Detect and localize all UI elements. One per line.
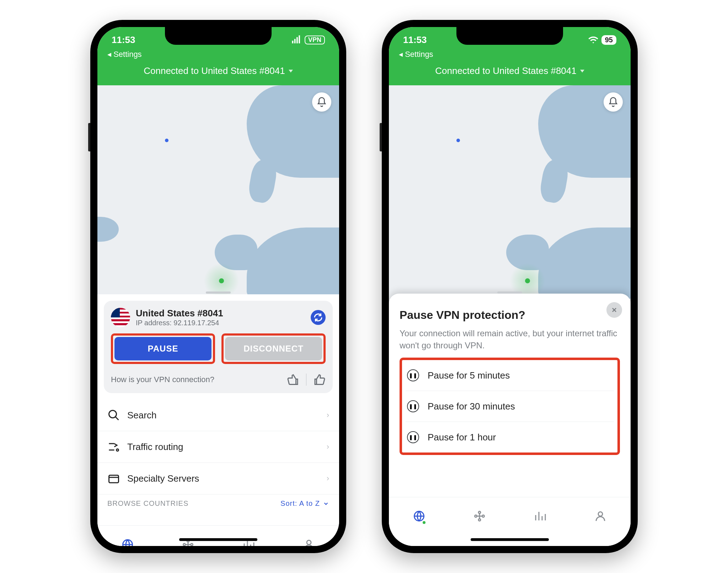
main-panel: United States #8041 IP address: 92.119.1…	[97, 294, 339, 546]
svg-point-5	[117, 449, 119, 451]
pause-30-min[interactable]: ❚❚ Pause for 30 minutes	[406, 391, 614, 422]
browse-countries-label: BROWSE COUNTRIES	[107, 499, 188, 508]
svg-point-16	[478, 511, 481, 513]
sort-button[interactable]: Sort: A to Z	[280, 499, 329, 508]
tab-profile[interactable]	[303, 538, 315, 546]
svg-point-9	[191, 543, 193, 546]
home-indicator[interactable]	[179, 538, 257, 541]
pause-icon: ❚❚	[407, 369, 419, 381]
svg-point-12	[307, 540, 311, 545]
tab-meshnet[interactable]	[473, 510, 486, 524]
bell-icon	[608, 97, 619, 107]
svg-point-18	[598, 512, 603, 516]
thumbs-up-icon[interactable]	[313, 373, 326, 386]
specialty-servers-row[interactable]: Specialty Servers ›	[97, 463, 339, 494]
search-row[interactable]: Search ›	[97, 400, 339, 431]
svg-point-14	[475, 515, 477, 517]
connection-status-row[interactable]: Connected to United States #8041	[97, 65, 339, 76]
close-button[interactable]	[606, 302, 622, 318]
highlight-pause: PAUSE	[111, 333, 215, 364]
highlight-disconnect: DISCONNECT	[221, 333, 326, 364]
traffic-routing-row[interactable]: Traffic routing ›	[97, 431, 339, 463]
thumbs-down-icon[interactable]	[287, 373, 300, 386]
status-vpn-badge: VPN	[305, 36, 325, 44]
disconnect-button[interactable]: DISCONNECT	[225, 337, 322, 360]
svg-point-7	[123, 540, 133, 546]
tab-profile[interactable]	[594, 510, 607, 524]
svg-rect-1	[294, 39, 296, 44]
signal-icon	[291, 34, 302, 45]
svg-point-17	[478, 519, 481, 521]
chevron-right-icon: ›	[327, 442, 329, 451]
back-to-settings[interactable]: ◂ Settings	[389, 48, 631, 59]
pause-1-hour[interactable]: ❚❚ Pause for 1 hour	[406, 422, 614, 452]
highlight-pause-options: ❚❚ Pause for 5 minutes ❚❚ Pause for 30 m…	[400, 358, 620, 455]
tab-bar	[389, 497, 631, 536]
flag-icon	[111, 308, 130, 327]
chevron-right-icon: ›	[327, 411, 329, 420]
connection-status-label: Connected to United States #8041	[435, 65, 577, 76]
phone-frame-right: 11:53 95 ◂ Settings Connected to United …	[382, 20, 638, 553]
pause-button[interactable]: PAUSE	[114, 337, 212, 360]
map-view[interactable]	[97, 85, 339, 313]
sheet-grabber[interactable]	[497, 291, 522, 294]
notifications-button[interactable]	[604, 92, 623, 112]
pause-icon: ❚❚	[407, 400, 419, 412]
routing-icon	[107, 440, 120, 453]
connection-status-label: Connected to United States #8041	[144, 65, 285, 76]
current-server-ip: IP address: 92.119.17.254	[136, 319, 305, 327]
connection-status-row[interactable]: Connected to United States #8041	[389, 65, 631, 76]
wifi-icon	[588, 34, 599, 45]
notifications-button[interactable]	[312, 92, 331, 112]
close-icon	[611, 306, 618, 314]
user-icon	[594, 510, 607, 523]
svg-point-8	[183, 543, 186, 546]
user-icon	[303, 538, 315, 546]
back-to-settings[interactable]: ◂ Settings	[97, 48, 339, 59]
map-view[interactable]	[389, 85, 631, 313]
svg-rect-6	[109, 475, 119, 483]
pause-5-min[interactable]: ❚❚ Pause for 5 minutes	[406, 360, 614, 391]
home-indicator[interactable]	[471, 538, 549, 541]
device-notch	[165, 27, 272, 45]
chevron-down-icon	[289, 70, 293, 73]
chevron-down-icon	[580, 70, 584, 73]
pause-icon: ❚❚	[407, 431, 419, 443]
mesh-icon	[473, 510, 486, 523]
status-battery-badge: 95	[601, 35, 616, 45]
chevron-down-icon	[323, 500, 329, 507]
bars-icon	[534, 510, 546, 523]
phone-frame-left: 11:53 VPN ◂ Settings Connected to United…	[90, 20, 346, 553]
tab-stats[interactable]	[534, 510, 546, 524]
sheet-grabber[interactable]	[206, 291, 231, 294]
refresh-button[interactable]	[311, 310, 326, 325]
tab-home[interactable]	[413, 510, 425, 524]
status-time: 11:53	[403, 34, 427, 45]
folder-icon	[107, 472, 120, 485]
sheet-description: Your connection will remain active, but …	[400, 327, 620, 351]
tab-bar	[97, 525, 339, 546]
status-time: 11:53	[112, 34, 135, 45]
globe-icon	[121, 538, 134, 546]
svg-point-15	[482, 515, 485, 517]
bell-icon	[316, 97, 327, 107]
current-server-row: United States #8041 IP address: 92.119.1…	[111, 308, 326, 327]
svg-rect-3	[299, 36, 300, 44]
tab-home[interactable]	[121, 538, 134, 546]
refresh-icon	[313, 312, 323, 323]
chevron-right-icon: ›	[327, 474, 329, 483]
current-server-name: United States #8041	[136, 308, 305, 319]
svg-point-4	[109, 411, 117, 418]
device-notch	[456, 27, 563, 45]
sheet-title: Pause VPN protection?	[400, 309, 620, 322]
svg-rect-0	[292, 41, 293, 44]
svg-rect-2	[296, 37, 298, 44]
feedback-prompt: How is your VPN connection?	[111, 375, 214, 384]
search-icon	[107, 409, 120, 422]
